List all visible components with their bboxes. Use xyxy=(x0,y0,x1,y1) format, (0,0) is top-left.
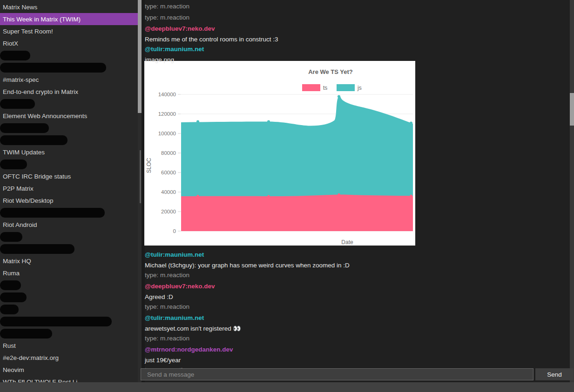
room-list: Matrix NewsThis Week in Matrix (TWIM)Sup… xyxy=(0,1,138,382)
sidebar-item-room[interactable]: TWIM Updates xyxy=(0,146,138,158)
redaction-bar xyxy=(0,305,19,314)
sidebar-item-room[interactable]: WTh Ffl Ol TWOl F Rest Li xyxy=(0,376,138,382)
redaction-bar xyxy=(0,208,105,218)
svg-text:20000: 20000 xyxy=(161,209,176,214)
sidebar-item-room[interactable]: RiotX xyxy=(0,37,138,49)
svg-text:0: 0 xyxy=(173,228,176,234)
sidebar-item-room[interactable]: P2P Matrix xyxy=(0,182,138,194)
sidebar-item-redacted[interactable] xyxy=(0,49,138,61)
sidebar-item-redacted[interactable] xyxy=(0,315,138,327)
sidebar-item-room[interactable]: Super Test Room! xyxy=(0,25,138,37)
redaction-bar xyxy=(0,135,68,145)
legend-label-js: js xyxy=(357,85,362,91)
legend-swatch-js xyxy=(337,84,355,91)
message-list: type: m.reactiontype: m.reaction@deepblu… xyxy=(145,1,570,376)
redaction-bar xyxy=(0,292,27,302)
message-timeline: type: m.reactiontype: m.reaction@deepblu… xyxy=(144,0,570,382)
chart-legend: ts js xyxy=(302,84,362,91)
svg-text:120000: 120000 xyxy=(158,111,176,117)
redaction-bar xyxy=(0,99,35,109)
svg-text:80000: 80000 xyxy=(161,150,176,156)
timeline-scrollbar-thumb[interactable] xyxy=(570,93,574,126)
legend-swatch-ts xyxy=(302,84,320,91)
sidebar-item-room[interactable]: Matrix HQ xyxy=(0,255,138,267)
sidebar-item-redacted[interactable] xyxy=(0,327,138,339)
message-sender: @tulir:maunium.net xyxy=(145,44,570,55)
sidebar-item-redacted[interactable] xyxy=(0,243,138,255)
sidebar-item-room[interactable]: Matrix News xyxy=(0,1,138,13)
redaction-bar xyxy=(0,159,27,169)
chart-title: Are We TS Yet? xyxy=(308,68,353,75)
svg-text:140000: 140000 xyxy=(158,92,176,97)
sidebar-item-room[interactable]: This Week in Matrix (TWIM) xyxy=(0,13,138,25)
sidebar-item-redacted[interactable] xyxy=(0,303,138,315)
sidebar-item-redacted[interactable] xyxy=(0,122,138,134)
room-list-sidebar: Matrix NewsThis Week in Matrix (TWIM)Sup… xyxy=(0,0,138,382)
sidebar-scrollbar-thumb[interactable] xyxy=(138,0,142,113)
redaction-bar xyxy=(0,232,22,242)
svg-text:60000: 60000 xyxy=(161,170,176,175)
redaction-bar xyxy=(0,244,74,254)
sidebar-item-redacted[interactable] xyxy=(0,134,138,146)
bottom-bar xyxy=(0,382,574,392)
message-event-meta: type: m.reaction xyxy=(145,270,570,281)
svg-text:40000: 40000 xyxy=(161,189,176,195)
matrix-chat-app: Matrix NewsThis Week in Matrix (TWIM)Sup… xyxy=(0,0,574,392)
sidebar-item-room[interactable]: Riot Web/Desktop xyxy=(0,194,138,206)
redaction-bar xyxy=(0,51,30,60)
message-composer: Send xyxy=(141,368,574,380)
sidebar-item-room[interactable]: Ruma xyxy=(0,267,138,279)
sidebar-item-redacted[interactable] xyxy=(0,231,138,243)
message-event-meta: type: m.reaction xyxy=(145,333,570,344)
send-button[interactable]: Send xyxy=(535,368,574,380)
redaction-bar xyxy=(0,63,106,73)
message-sender: @tulir:maunium.net xyxy=(145,312,570,324)
sidebar-item-room[interactable]: Riot Android xyxy=(0,219,138,231)
legend-label-ts: ts xyxy=(323,85,327,91)
message-body: Michael (t3chguy): your graph has some w… xyxy=(145,260,570,270)
timeline-scrollbar[interactable] xyxy=(570,0,574,382)
redaction-bar xyxy=(0,280,21,290)
sidebar-item-redacted[interactable] xyxy=(0,158,138,170)
message-sender: @tulir:maunium.net xyxy=(145,249,570,260)
sidebar-item-room[interactable]: #e2e-dev:matrix.org xyxy=(0,352,138,364)
message-body: arewetsyet.com isn't registered 👀 xyxy=(145,324,570,333)
redaction-bar xyxy=(0,123,49,133)
chart-image-are-we-ts-yet[interactable]: Are We TS Yet? ts js 0200004000060000800… xyxy=(144,61,415,246)
sidebar-item-redacted[interactable] xyxy=(0,291,138,303)
sidebar-item-redacted[interactable] xyxy=(0,61,138,73)
divider-resize-handle[interactable] xyxy=(140,150,141,203)
y-axis-label: SLOC xyxy=(146,158,152,173)
sidebar-item-room[interactable]: Rust xyxy=(0,339,138,352)
message-event-meta: type: m.reaction xyxy=(145,301,570,312)
sidebar-item-redacted[interactable] xyxy=(0,98,138,110)
message-body: just 19€/year xyxy=(145,355,570,365)
message-sender: @mtrnord:nordgedanken.dev xyxy=(145,344,570,355)
message-body: Agreed :D xyxy=(145,292,570,301)
message-event-meta: type: m.reaction xyxy=(145,1,570,12)
sidebar-item-redacted[interactable] xyxy=(0,279,138,291)
svg-text:100000: 100000 xyxy=(158,131,176,136)
sidebar-item-room[interactable]: Neovim xyxy=(0,364,138,376)
sidebar-item-room[interactable]: #matrix-spec xyxy=(0,73,138,86)
sidebar-item-room[interactable]: End-to-end crypto in Matrix xyxy=(0,86,138,98)
redaction-bar xyxy=(0,329,52,339)
sidebar-item-room[interactable]: Element Web Announcements xyxy=(0,110,138,122)
sidebar-item-redacted[interactable] xyxy=(0,206,138,219)
message-sender: @deepbluev7:neko.dev xyxy=(145,23,570,34)
redaction-bar xyxy=(0,317,112,326)
message-sender: @deepbluev7:neko.dev xyxy=(145,281,570,292)
x-axis-label: Date xyxy=(341,239,353,246)
sidebar-item-room[interactable]: OFTC IRC Bridge status xyxy=(0,170,138,182)
message-body: Reminds me of the control rooms in const… xyxy=(145,34,570,44)
chart-y-ticks: 020000400006000080000100000120000140000 xyxy=(158,92,181,234)
message-event-meta: type: m.reaction xyxy=(145,12,570,23)
ts-area xyxy=(181,194,413,231)
message-input[interactable] xyxy=(141,368,533,380)
